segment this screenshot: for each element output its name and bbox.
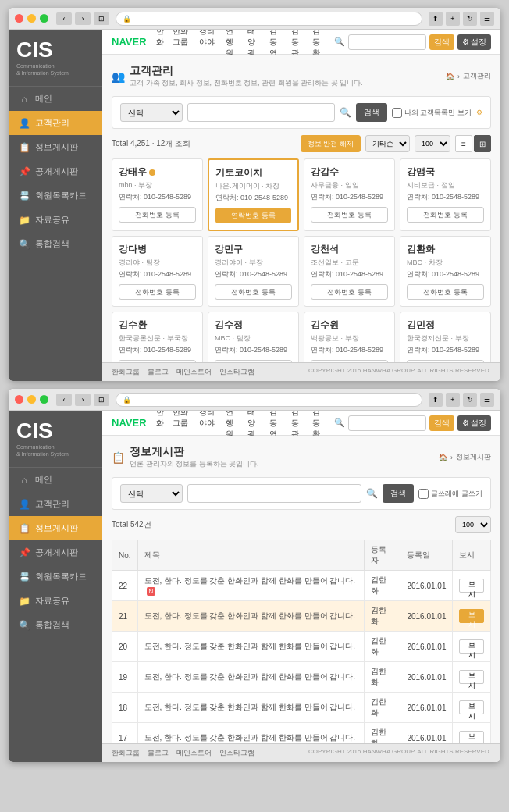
footer-link-2[interactable]: 메인스토어 <box>176 367 212 377</box>
filter-settings-icon[interactable]: ⚙ <box>476 109 482 116</box>
row-author: 김한화 <box>365 723 400 744</box>
card-info-7: MBC · 차장 <box>407 258 484 268</box>
card-contact-10: 연락처: 010-2548-5289 <box>311 345 388 355</box>
sidebar-item-customers-1[interactable]: 👤 고객관리 <box>9 111 102 135</box>
bookmark-button-2[interactable]: + <box>446 393 460 407</box>
breadcrumb-home-icon-2: 🏠 <box>439 454 447 461</box>
filter-select-2[interactable]: 선택 <box>120 484 183 503</box>
sidebar-label-board-2: 정보게시판 <box>35 522 78 534</box>
share-icon-1: 📁 <box>18 215 30 226</box>
footer-link2-3[interactable]: 인스타그램 <box>219 748 255 758</box>
row-title: 도전, 한다. 정도를 갖춘 한화인과 함께 한화를 만들어 갑니다. <box>137 693 365 723</box>
sidebar-item-share-1[interactable]: 📁 자료공유 <box>9 208 102 232</box>
footer-link2-0[interactable]: 한화그룹 <box>112 748 140 758</box>
page-content-2: 📋 정보게시판 언론 관리자의 정보를 등록하는 곳입니다. 🏠 › 정보게시판 <box>102 436 500 743</box>
settings-btn-1[interactable]: ⚙ 설정 <box>457 34 491 50</box>
share-button-2[interactable]: ⬆ <box>429 393 443 407</box>
view-toggle-1: ≡ ⊞ <box>455 135 491 152</box>
sidebar-label-customers-1: 고객관리 <box>35 117 69 129</box>
card-btn-1[interactable]: 연락번호 등록 <box>215 208 291 223</box>
forward-button[interactable]: › <box>75 12 91 25</box>
menu-button-2[interactable]: ☰ <box>480 393 494 407</box>
settings-btn-2[interactable]: ⚙ 설정 <box>457 415 491 431</box>
sidebar-label-public-1: 공개게시판 <box>35 166 78 177</box>
sidebar-item-members-1[interactable]: 📇 회원목록카드 <box>9 183 102 208</box>
maximize-button[interactable] <box>40 14 48 23</box>
filter-select-1[interactable]: 선택 <box>120 103 183 122</box>
footer-link-0[interactable]: 한화그룹 <box>112 367 140 377</box>
top-search-input-2[interactable] <box>348 415 426 431</box>
filter-btn-2[interactable]: 검색 <box>383 484 414 503</box>
card-name-4: 강다병 <box>119 243 196 256</box>
list-view-btn-1[interactable]: ≡ <box>455 135 472 152</box>
minimize-button-2[interactable] <box>27 395 36 404</box>
info-toggle-btn-1[interactable]: 정보 반전 해제 <box>301 135 361 152</box>
filter-checkbox-1[interactable] <box>392 108 402 118</box>
app-layout-2: CIS Communication& Information System ⌂ … <box>9 411 500 762</box>
sidebar-item-public-1[interactable]: 📌 공개게시판 <box>9 159 102 183</box>
top-search-input-1[interactable] <box>348 34 426 50</box>
view-btn[interactable]: 보시 <box>459 579 484 593</box>
row-author: 김한화 <box>365 632 400 662</box>
window-mode-button-2[interactable]: ⊡ <box>94 394 109 406</box>
footer-link-3[interactable]: 인스타그램 <box>219 367 255 377</box>
sidebar-item-share-2[interactable]: 📁 자료공유 <box>9 589 102 613</box>
card-btn-5[interactable]: 전화번호 등록 <box>215 284 292 300</box>
sidebar-item-board-1[interactable]: 📋 정보게시판 <box>9 135 102 159</box>
share-button[interactable]: ⬆ <box>429 12 443 26</box>
card-contact-3: 연락처: 010-2548-5289 <box>407 192 484 202</box>
maximize-button-2[interactable] <box>40 395 48 404</box>
footer-link-1[interactable]: 블로그 <box>148 367 169 377</box>
forward-button-2[interactable]: › <box>75 394 91 406</box>
row-date: 2016.01.01 <box>400 662 453 693</box>
card-btn-3[interactable]: 전화번호 등록 <box>407 207 484 223</box>
grid-view-btn-1[interactable]: ⊞ <box>474 135 491 152</box>
count-select-2[interactable]: 100 <box>455 516 491 533</box>
view-btn[interactable]: 보시 <box>459 731 484 743</box>
view-btn[interactable]: 보시 <box>459 639 484 654</box>
url-bar[interactable]: 🔒 <box>116 12 422 26</box>
minimize-button[interactable] <box>27 14 36 23</box>
sidebar-item-main-1[interactable]: ⌂ 메인 <box>9 87 102 111</box>
card-btn-6[interactable]: 전화번호 등록 <box>311 284 388 300</box>
top-search-btn-2[interactable]: 검색 <box>429 415 454 431</box>
url-bar-2[interactable]: 🔒 <box>116 393 422 407</box>
close-button[interactable] <box>15 14 23 23</box>
view-btn[interactable]: 보시 <box>459 609 484 623</box>
back-button[interactable]: ‹ <box>56 12 72 25</box>
close-button-2[interactable] <box>15 395 23 404</box>
count-select-1[interactable]: 100 <box>415 135 450 152</box>
filter-input-2[interactable] <box>187 484 361 503</box>
footer-link2-2[interactable]: 메인스토어 <box>176 748 212 758</box>
sort-select-1[interactable]: 기타순 <box>365 135 410 152</box>
filter-checkbox-2[interactable] <box>418 489 429 499</box>
sidebar-item-members-2[interactable]: 📇 회원목록카드 <box>9 564 102 589</box>
window-controls-2 <box>15 395 48 404</box>
card-btn-0[interactable]: 전화번호 등록 <box>119 207 196 223</box>
sidebar-item-main-2[interactable]: ⌂ 메인 <box>9 468 102 492</box>
sidebar-label-search-2: 통합검색 <box>35 619 69 631</box>
card-btn-7[interactable]: 전화번호 등록 <box>407 284 484 300</box>
sidebar-item-search-1[interactable]: 🔍 통합검색 <box>9 232 102 256</box>
top-search-btn-1[interactable]: 검색 <box>429 34 454 50</box>
refresh-button[interactable]: ↻ <box>463 12 477 26</box>
card-btn-4[interactable]: 전화번호 등록 <box>119 284 196 300</box>
back-button-2[interactable]: ‹ <box>56 394 72 406</box>
footer-link2-1[interactable]: 블로그 <box>148 748 169 758</box>
bookmark-button[interactable]: + <box>446 12 460 26</box>
window-mode-button[interactable]: ⊡ <box>94 12 109 25</box>
menu-button[interactable]: ☰ <box>480 12 494 26</box>
refresh-button-2[interactable]: ↻ <box>463 393 477 407</box>
sidebar-item-search-2[interactable]: 🔍 통합검색 <box>9 613 102 637</box>
sidebar-item-public-2[interactable]: 📌 공개게시판 <box>9 540 102 564</box>
card-contact-7: 연락처: 010-2548-5289 <box>407 269 484 280</box>
filter-btn-1[interactable]: 검색 <box>356 103 387 122</box>
sidebar-item-board-2[interactable]: 📋 정보게시판 <box>9 516 102 540</box>
card-btn-2[interactable]: 전화번호 등록 <box>311 207 388 223</box>
filter-check-2[interactable]: 글쓰레에 글쓰기 <box>418 489 482 499</box>
view-btn[interactable]: 보시 <box>459 670 484 684</box>
filter-check-1[interactable]: 나의 고객목록만 보기 <box>392 108 472 118</box>
filter-input-1[interactable] <box>187 103 335 122</box>
sidebar-item-customers-2[interactable]: 👤 고객관리 <box>9 492 102 516</box>
view-btn[interactable]: 보시 <box>459 700 484 714</box>
